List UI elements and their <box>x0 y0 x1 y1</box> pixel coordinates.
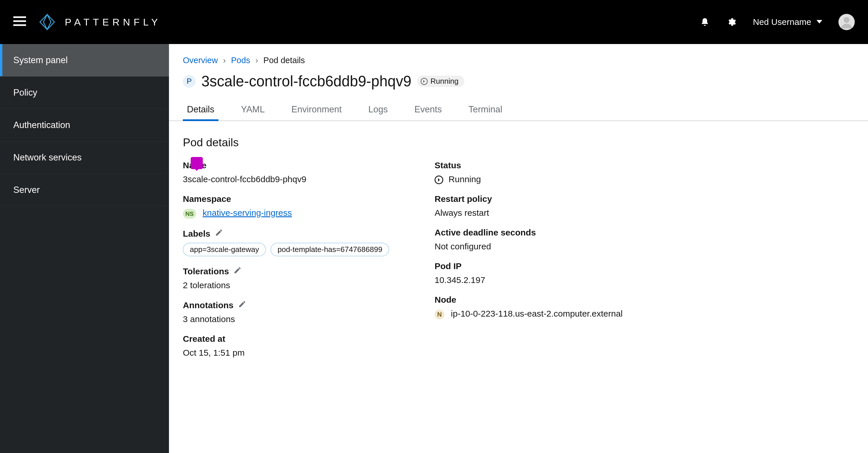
svg-point-4 <box>844 17 849 23</box>
tab-logs[interactable]: Logs <box>364 104 392 120</box>
tab-label: Events <box>414 104 442 114</box>
namespace-badge: NS <box>183 209 196 219</box>
section-title: Pod details <box>169 121 868 153</box>
field-label-status: Status <box>435 161 686 170</box>
pencil-icon <box>234 266 242 274</box>
field-value-restart-policy: Always restart <box>435 208 686 218</box>
sidebar-item-server[interactable]: Server <box>0 174 169 206</box>
edit-labels-button[interactable] <box>215 229 223 239</box>
field-label-annotations: Annotations <box>183 300 435 310</box>
field-label-tolerations: Tolerations <box>183 266 435 276</box>
field-value-status: Running <box>435 174 686 184</box>
avatar-icon <box>838 14 855 30</box>
sidebar-item-network-services[interactable]: Network services <box>0 141 169 174</box>
field-label-node: Node <box>435 295 686 305</box>
annotation-marker <box>191 157 203 169</box>
edit-tolerations-button[interactable] <box>234 266 242 276</box>
field-label-deadline: Active deadline seconds <box>435 228 686 237</box>
sidebar-item-authentication[interactable]: Authentication <box>0 109 169 141</box>
svg-rect-0 <box>13 16 26 18</box>
sidebar-item-system-panel[interactable]: System panel <box>0 44 169 77</box>
page-header: P 3scale-control-fccb6ddb9-phqv9 Running <box>169 68 868 90</box>
sidebar-item-label: Server <box>13 185 40 195</box>
sidebar-item-label: System panel <box>13 55 68 65</box>
tab-label: Terminal <box>468 104 502 114</box>
field-label-name: Name <box>183 161 435 170</box>
svg-rect-1 <box>13 20 26 22</box>
details-col-right: Status Running Restart policy Always res… <box>435 161 686 358</box>
masthead: PATTERNFLY Ned Username <box>0 0 868 44</box>
hamburger-icon <box>13 16 26 26</box>
node-name: ip-10-0-223-118.us-east-2.computer.exter… <box>451 309 623 318</box>
field-label-restart-policy: Restart policy <box>435 194 686 204</box>
labels-list: app=3scale-gateway pod-template-has=6747… <box>183 243 435 256</box>
page-title: 3scale-control-fccb6ddb9-phqv9 <box>202 73 411 90</box>
details-grid: Name 3scale-control-fccb6ddb9-phqv9 Name… <box>169 153 868 375</box>
tab-details[interactable]: Details <box>183 104 218 120</box>
avatar[interactable] <box>838 14 855 30</box>
label-chip[interactable]: pod-template-has=6747686899 <box>271 243 389 256</box>
running-icon <box>421 78 428 85</box>
field-value-name: 3scale-control-fccb6ddb9-phqv9 <box>183 174 435 184</box>
breadcrumb-overview[interactable]: Overview <box>183 56 218 65</box>
caret-down-icon <box>816 20 822 24</box>
sidebar-item-policy[interactable]: Policy <box>0 77 169 109</box>
svg-rect-2 <box>13 24 26 26</box>
edit-annotations-button[interactable] <box>238 300 246 310</box>
field-label-text: Tolerations <box>183 266 229 276</box>
field-label-podip: Pod IP <box>435 261 686 271</box>
field-label-labels: Labels <box>183 229 435 239</box>
username: Ned Username <box>753 17 811 27</box>
node-badge: N <box>435 310 444 319</box>
tab-label: Logs <box>368 104 388 114</box>
tab-environment[interactable]: Environment <box>287 104 346 120</box>
masthead-tools: Ned Username <box>700 14 855 30</box>
breadcrumb-pods[interactable]: Pods <box>231 56 250 65</box>
field-label-text: Labels <box>183 229 210 239</box>
sidebar-item-label: Network services <box>13 152 82 163</box>
field-value-podip: 10.345.2.197 <box>435 275 686 285</box>
field-value-deadline: Not configured <box>435 242 686 251</box>
tab-label: YAML <box>241 104 265 114</box>
field-label-namespace: Namespace <box>183 194 435 204</box>
sidebar-item-label: Authentication <box>13 120 70 130</box>
status-text: Running <box>448 174 481 184</box>
field-value-namespace: NS knative-serving-ingress <box>183 208 435 219</box>
pencil-icon <box>215 229 223 237</box>
bell-icon <box>700 18 709 27</box>
field-value-created: Oct 15, 1:51 pm <box>183 348 435 358</box>
gear-icon <box>727 18 736 27</box>
tab-label: Environment <box>291 104 342 114</box>
sidebar-item-label: Policy <box>13 87 37 98</box>
main-content: Overview › Pods › Pod details P 3scale-c… <box>169 44 868 453</box>
field-label-created: Created at <box>183 334 435 344</box>
field-value-tolerations: 2 tolerations <box>183 280 435 290</box>
label-chip[interactable]: app=3scale-gateway <box>183 243 266 256</box>
pencil-icon <box>238 300 246 308</box>
settings-button[interactable] <box>726 17 737 27</box>
breadcrumb-separator: › <box>255 56 258 65</box>
details-col-left: Name 3scale-control-fccb6ddb9-phqv9 Name… <box>183 161 435 358</box>
hamburger-button[interactable] <box>13 16 26 28</box>
tab-events[interactable]: Events <box>410 104 446 120</box>
field-value-node: N ip-10-0-223-118.us-east-2.computer.ext… <box>435 309 686 319</box>
field-value-annotations: 3 annotations <box>183 314 435 324</box>
tabs: Details YAML Environment Logs Events Ter… <box>169 104 868 121</box>
resource-type-badge: P <box>183 75 195 88</box>
brand: PATTERNFLY <box>37 13 161 31</box>
namespace-link[interactable]: knative-serving-ingress <box>203 208 292 218</box>
tab-terminal[interactable]: Terminal <box>464 104 506 120</box>
tab-label: Details <box>187 104 214 114</box>
user-menu[interactable]: Ned Username <box>753 17 822 27</box>
sidebar: System panel Policy Authentication Netwo… <box>0 44 169 453</box>
status-badge-text: Running <box>431 77 459 86</box>
field-label-text: Annotations <box>183 300 234 310</box>
breadcrumb-separator: › <box>223 56 226 65</box>
status-badge: Running <box>417 76 464 87</box>
patternfly-logo-icon <box>37 13 57 31</box>
breadcrumb: Overview › Pods › Pod details <box>169 44 868 68</box>
breadcrumb-current: Pod details <box>263 56 305 65</box>
notifications-button[interactable] <box>700 17 710 27</box>
brand-name: PATTERNFLY <box>65 17 161 28</box>
tab-yaml[interactable]: YAML <box>237 104 269 120</box>
